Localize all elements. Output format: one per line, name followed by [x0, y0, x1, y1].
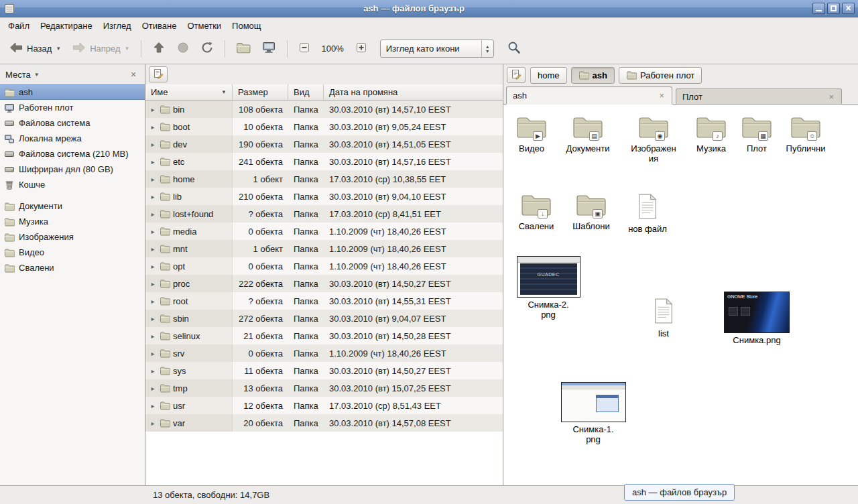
expander-icon[interactable]: ▸ [149, 402, 157, 410]
column-header-date[interactable]: Дата на промяна [324, 84, 503, 101]
sidebar-item-filesystem-210mb[interactable]: Файлова система (210 MB) [0, 146, 145, 162]
location-entry-toggle-button[interactable] [149, 66, 168, 82]
back-button[interactable]: Назад ▼ [4, 38, 66, 60]
icon-item-snimka-2[interactable]: GUADECСнимка-2.png [511, 256, 585, 320]
expander-icon[interactable]: ▸ [149, 176, 157, 183]
type-cell: Папка [288, 188, 324, 205]
menu-go[interactable]: Отиване [137, 19, 182, 33]
sidebar-item-filesystem[interactable]: Файлова система [0, 115, 145, 131]
tree-row[interactable]: ▸boot10 обектаПапка30.03.2010 (вт) 9,05,… [145, 118, 503, 135]
breadcrumb-desktop[interactable]: Работен плот [619, 67, 702, 84]
expander-icon[interactable]: ▸ [149, 141, 157, 148]
sidebar-item-documents[interactable]: Документи [0, 198, 145, 214]
search-button[interactable] [502, 37, 526, 60]
expander-icon[interactable]: ▸ [149, 350, 157, 357]
home-button[interactable] [231, 38, 255, 60]
expander-icon[interactable]: ▸ [149, 106, 157, 113]
tree-row[interactable]: ▸tmp13 обектаПапка30.03.2010 (вт) 15,07,… [145, 379, 503, 397]
forward-button[interactable]: Напред ▼ [67, 38, 134, 60]
tree-row[interactable]: ▸usr12 обектаПапка17.03.2010 (ср) 8,51,4… [145, 397, 503, 414]
titlebar[interactable]: ash — файлов браузър [0, 0, 858, 17]
tree-row[interactable]: ▸lib210 обектаПапка30.03.2010 (вт) 9,04,… [145, 188, 503, 205]
tree-row[interactable]: ▸sbin272 обектаПапка30.03.2010 (вт) 9,04… [145, 310, 503, 327]
sidebar-item-ash[interactable]: ash [0, 84, 145, 100]
expander-icon[interactable]: ▸ [149, 245, 157, 253]
menu-bookmarks[interactable]: Отметки [182, 19, 227, 33]
tree-row[interactable]: ▸var20 обектаПапка30.03.2010 (вт) 14,57,… [145, 414, 503, 432]
tab-desktop[interactable]: Плот× [676, 88, 842, 104]
expander-icon[interactable]: ▸ [149, 315, 157, 322]
icon-canvas[interactable]: ▶Видео▤Документи◉Изображения♪Музика▦Плот… [503, 105, 858, 485]
tree-row[interactable]: ▸lost+found? обектаПапка17.03.2010 (ср) … [145, 205, 503, 223]
expander-icon[interactable]: ▸ [149, 385, 157, 392]
menu-help[interactable]: Помощ [227, 19, 266, 33]
sidebar-item-downloads[interactable]: Свалени [0, 260, 145, 275]
close-sidebar-icon[interactable]: × [127, 69, 139, 80]
toolbar-separator [225, 40, 225, 58]
breadcrumb-ash[interactable]: ash [571, 67, 615, 84]
up-button[interactable] [147, 38, 170, 60]
column-header-name[interactable]: Име▼ [145, 84, 233, 101]
sidebar-item-network[interactable]: Локална мрежа [0, 131, 145, 146]
tree-row[interactable]: ▸dev190 обектаПапка30.03.2010 (вт) 14,51… [145, 135, 503, 153]
taskbar-window-button[interactable]: ash — файлов браузър [624, 484, 735, 501]
tree-row[interactable]: ▸sys11 обектаПапка30.03.2010 (вт) 14,50,… [145, 362, 503, 379]
breadcrumb-home[interactable]: home [530, 67, 567, 84]
column-header-type[interactable]: Вид [288, 84, 324, 101]
zoom-out-button[interactable] [294, 38, 315, 59]
expander-icon[interactable]: ▸ [149, 280, 157, 288]
tree-row[interactable]: ▸media0 обектаПапка1.10.2009 (чт) 18,40,… [145, 223, 503, 240]
expander-icon[interactable]: ▸ [149, 228, 157, 235]
tab-ash[interactable]: ash× [506, 86, 672, 105]
sidebar-item-pictures[interactable]: Изображения [0, 229, 145, 245]
size-cell: 241 обекта [233, 153, 288, 170]
expander-icon[interactable]: ▸ [149, 332, 157, 340]
reload-button[interactable] [196, 38, 219, 60]
sidebar-item-music[interactable]: Музика [0, 214, 145, 229]
minimize-button[interactable] [812, 3, 825, 14]
menu-edit[interactable]: Редактиране [35, 19, 98, 33]
tree-row[interactable]: ▸selinux21 обектаПапка30.03.2010 (вт) 14… [145, 327, 503, 344]
expander-icon[interactable]: ▸ [149, 123, 157, 131]
icon-item-list[interactable]: list [627, 298, 700, 338]
expander-icon[interactable]: ▸ [149, 298, 157, 305]
view-mode-select[interactable]: Изглед като икони ▲▼ [380, 40, 494, 58]
menu-view[interactable]: Изглед [98, 19, 137, 33]
tree-row[interactable]: ▸mnt1 обектПапка1.10.2009 (чт) 18,40,26 … [145, 240, 503, 257]
close-button[interactable] [842, 3, 855, 14]
name-cell: ▸dev [145, 135, 233, 153]
tree-row[interactable]: ▸root? обектаПапка30.03.2010 (вт) 14,55,… [145, 292, 503, 310]
tree-row[interactable]: ▸srv0 обектаПапка1.10.2009 (чт) 18,40,26… [145, 344, 503, 362]
expander-icon[interactable]: ▸ [149, 420, 157, 427]
tab-close-icon[interactable]: × [658, 90, 666, 101]
tree-row[interactable]: ▸home1 обектПапка17.03.2010 (ср) 10,38,5… [145, 170, 503, 188]
expander-icon[interactable]: ▸ [149, 193, 157, 200]
computer-button[interactable] [257, 38, 281, 60]
expander-icon[interactable]: ▸ [149, 158, 157, 166]
maximize-button[interactable] [827, 3, 840, 14]
tab-close-icon[interactable]: × [827, 92, 835, 102]
icon-item-public[interactable]: ☺Публични [769, 115, 843, 153]
tree-row[interactable]: ▸proc222 обектаПапка30.03.2010 (вт) 14,5… [145, 275, 503, 292]
sidebar-item-label: Свалени [19, 263, 54, 273]
icon-item-snimka[interactable]: GNOME StoreСнимка.png [720, 292, 794, 345]
location-entry-toggle-button[interactable] [507, 67, 526, 83]
sidebar-item-trash[interactable]: Кошче [0, 177, 145, 192]
expander-icon[interactable]: ▸ [149, 210, 157, 218]
column-header-size[interactable]: Размер [233, 84, 288, 101]
expander-icon[interactable]: ▸ [149, 367, 157, 375]
icon-item-snimka-1[interactable]: Снимка-1.png [556, 382, 630, 444]
sidebar-item-encrypted-80gb[interactable]: Шифриран дял (80 GB) [0, 162, 145, 177]
icon-item-new-file[interactable]: нов файл [611, 193, 684, 234]
icon-item-documents[interactable]: ▤Документи [551, 115, 625, 153]
chevron-down-icon[interactable]: ▼ [34, 72, 40, 78]
sidebar-item-desktop[interactable]: Работен плот [0, 100, 145, 115]
tree-row[interactable]: ▸opt0 обектаПапка1.10.2009 (чт) 18,40,26… [145, 257, 503, 275]
tree-row[interactable]: ▸etc241 обектаПапка30.03.2010 (вт) 14,57… [145, 153, 503, 170]
stop-button[interactable] [172, 38, 194, 60]
expander-icon[interactable]: ▸ [149, 263, 157, 270]
sidebar-item-videos[interactable]: Видео [0, 245, 145, 260]
tree-row[interactable]: ▸bin108 обектаПапка30.03.2010 (вт) 14,57… [145, 101, 503, 118]
zoom-in-button[interactable] [351, 38, 372, 59]
menu-file[interactable]: Файл [3, 19, 35, 33]
